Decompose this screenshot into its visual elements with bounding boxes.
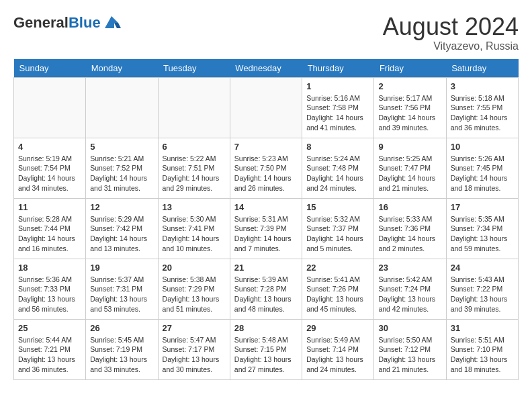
calendar-cell: 8Sunrise: 5:24 AMSunset: 7:48 PMDaylight…	[302, 138, 374, 198]
week-row-5: 25Sunrise: 5:44 AMSunset: 7:21 PMDayligh…	[14, 319, 519, 379]
calendar-cell: 1Sunrise: 5:16 AMSunset: 7:58 PMDaylight…	[302, 77, 374, 138]
day-info: Sunrise: 5:33 AMSunset: 7:36 PMDaylight:…	[378, 214, 441, 254]
day-info: Sunrise: 5:17 AMSunset: 7:56 PMDaylight:…	[378, 93, 441, 133]
day-info: Sunrise: 5:42 AMSunset: 7:24 PMDaylight:…	[378, 275, 441, 314]
day-number: 13	[163, 202, 226, 212]
day-number: 15	[306, 202, 369, 212]
week-row-1: 1Sunrise: 5:16 AMSunset: 7:58 PMDaylight…	[14, 77, 519, 138]
day-number: 10	[451, 142, 514, 152]
day-header-thursday: Thursday	[302, 59, 374, 78]
calendar-cell: 10Sunrise: 5:26 AMSunset: 7:45 PMDayligh…	[446, 138, 518, 198]
day-info: Sunrise: 5:22 AMSunset: 7:51 PMDaylight:…	[163, 154, 226, 193]
calendar-cell: 30Sunrise: 5:50 AMSunset: 7:12 PMDayligh…	[374, 319, 446, 379]
calendar-cell: 11Sunrise: 5:28 AMSunset: 7:44 PMDayligh…	[14, 198, 86, 259]
calendar-cell: 2Sunrise: 5:17 AMSunset: 7:56 PMDaylight…	[374, 77, 446, 138]
day-info: Sunrise: 5:19 AMSunset: 7:54 PMDaylight:…	[18, 154, 81, 193]
day-number: 26	[90, 323, 153, 333]
day-number: 6	[163, 142, 226, 152]
calendar-cell: 12Sunrise: 5:29 AMSunset: 7:42 PMDayligh…	[86, 198, 158, 259]
calendar-cell	[86, 77, 158, 138]
day-header-friday: Friday	[374, 59, 446, 78]
day-info: Sunrise: 5:18 AMSunset: 7:55 PMDaylight:…	[451, 93, 514, 133]
week-row-3: 11Sunrise: 5:28 AMSunset: 7:44 PMDayligh…	[14, 198, 519, 259]
day-info: Sunrise: 5:36 AMSunset: 7:33 PMDaylight:…	[18, 275, 81, 314]
logo: GeneralBlue	[13, 13, 121, 32]
calendar-cell: 17Sunrise: 5:35 AMSunset: 7:34 PMDayligh…	[446, 198, 518, 259]
day-info: Sunrise: 5:38 AMSunset: 7:29 PMDaylight:…	[163, 275, 226, 314]
calendar-cell: 23Sunrise: 5:42 AMSunset: 7:24 PMDayligh…	[374, 259, 446, 319]
day-info: Sunrise: 5:44 AMSunset: 7:21 PMDaylight:…	[18, 335, 81, 375]
calendar-cell	[158, 77, 230, 138]
calendar-cell: 7Sunrise: 5:23 AMSunset: 7:50 PMDaylight…	[230, 138, 302, 198]
day-number: 11	[18, 202, 81, 212]
week-row-4: 18Sunrise: 5:36 AMSunset: 7:33 PMDayligh…	[14, 259, 519, 319]
day-info: Sunrise: 5:25 AMSunset: 7:47 PMDaylight:…	[378, 154, 441, 193]
day-number: 16	[378, 202, 441, 212]
day-info: Sunrise: 5:39 AMSunset: 7:28 PMDaylight:…	[234, 275, 298, 314]
day-number: 29	[306, 323, 369, 333]
day-header-tuesday: Tuesday	[158, 59, 230, 78]
day-number: 21	[234, 263, 298, 273]
calendar-cell: 22Sunrise: 5:41 AMSunset: 7:26 PMDayligh…	[302, 259, 374, 319]
calendar-cell: 27Sunrise: 5:47 AMSunset: 7:17 PMDayligh…	[158, 319, 230, 379]
calendar-cell: 20Sunrise: 5:38 AMSunset: 7:29 PMDayligh…	[158, 259, 230, 319]
day-number: 1	[306, 81, 369, 91]
calendar-cell: 28Sunrise: 5:48 AMSunset: 7:15 PMDayligh…	[230, 319, 302, 379]
calendar-cell: 19Sunrise: 5:37 AMSunset: 7:31 PMDayligh…	[86, 259, 158, 319]
day-info: Sunrise: 5:49 AMSunset: 7:14 PMDaylight:…	[306, 335, 369, 375]
day-info: Sunrise: 5:16 AMSunset: 7:58 PMDaylight:…	[306, 93, 369, 133]
day-info: Sunrise: 5:43 AMSunset: 7:22 PMDaylight:…	[451, 275, 514, 314]
day-info: Sunrise: 5:35 AMSunset: 7:34 PMDaylight:…	[451, 214, 514, 254]
day-number: 23	[378, 263, 441, 273]
day-info: Sunrise: 5:28 AMSunset: 7:44 PMDaylight:…	[18, 214, 81, 254]
day-info: Sunrise: 5:26 AMSunset: 7:45 PMDaylight:…	[451, 154, 514, 193]
calendar-cell: 16Sunrise: 5:33 AMSunset: 7:36 PMDayligh…	[374, 198, 446, 259]
day-info: Sunrise: 5:21 AMSunset: 7:52 PMDaylight:…	[90, 154, 153, 193]
calendar-cell: 31Sunrise: 5:51 AMSunset: 7:10 PMDayligh…	[446, 319, 518, 379]
day-number: 28	[234, 323, 298, 333]
day-info: Sunrise: 5:45 AMSunset: 7:19 PMDaylight:…	[90, 335, 153, 375]
day-number: 2	[378, 81, 441, 91]
calendar-cell: 4Sunrise: 5:19 AMSunset: 7:54 PMDaylight…	[14, 138, 86, 198]
day-number: 3	[451, 81, 514, 91]
day-info: Sunrise: 5:24 AMSunset: 7:48 PMDaylight:…	[306, 154, 369, 193]
location: Vityazevo, Russia	[383, 40, 519, 52]
logo-icon	[102, 13, 121, 32]
week-row-2: 4Sunrise: 5:19 AMSunset: 7:54 PMDaylight…	[14, 138, 519, 198]
day-info: Sunrise: 5:32 AMSunset: 7:37 PMDaylight:…	[306, 214, 369, 254]
day-number: 20	[163, 263, 226, 273]
month-year: August 2024	[383, 13, 519, 40]
day-number: 17	[451, 202, 514, 212]
day-number: 19	[90, 263, 153, 273]
day-number: 4	[18, 142, 81, 152]
calendar-cell: 14Sunrise: 5:31 AMSunset: 7:39 PMDayligh…	[230, 198, 302, 259]
day-info: Sunrise: 5:23 AMSunset: 7:50 PMDaylight:…	[234, 154, 298, 193]
day-number: 8	[306, 142, 369, 152]
logo-general: General	[13, 14, 69, 31]
day-info: Sunrise: 5:31 AMSunset: 7:39 PMDaylight:…	[234, 214, 298, 254]
title-block: August 2024 Vityazevo, Russia	[383, 13, 519, 52]
calendar-cell: 9Sunrise: 5:25 AMSunset: 7:47 PMDaylight…	[374, 138, 446, 198]
calendar-cell: 29Sunrise: 5:49 AMSunset: 7:14 PMDayligh…	[302, 319, 374, 379]
svg-marker-1	[114, 23, 121, 28]
day-info: Sunrise: 5:47 AMSunset: 7:17 PMDaylight:…	[163, 335, 226, 375]
calendar-cell	[230, 77, 302, 138]
calendar-cell: 26Sunrise: 5:45 AMSunset: 7:19 PMDayligh…	[86, 319, 158, 379]
day-info: Sunrise: 5:48 AMSunset: 7:15 PMDaylight:…	[234, 335, 298, 375]
day-number: 14	[234, 202, 298, 212]
calendar-cell: 25Sunrise: 5:44 AMSunset: 7:21 PMDayligh…	[14, 319, 86, 379]
calendar-cell: 13Sunrise: 5:30 AMSunset: 7:41 PMDayligh…	[158, 198, 230, 259]
calendar-cell: 18Sunrise: 5:36 AMSunset: 7:33 PMDayligh…	[14, 259, 86, 319]
day-number: 5	[90, 142, 153, 152]
calendar-cell: 15Sunrise: 5:32 AMSunset: 7:37 PMDayligh…	[302, 198, 374, 259]
day-info: Sunrise: 5:29 AMSunset: 7:42 PMDaylight:…	[90, 214, 153, 254]
day-number: 7	[234, 142, 298, 152]
page-header: GeneralBlue August 2024 Vityazevo, Russi…	[13, 13, 519, 52]
day-header-monday: Monday	[86, 59, 158, 78]
calendar-cell	[14, 77, 86, 138]
day-number: 30	[378, 323, 441, 333]
calendar-cell: 6Sunrise: 5:22 AMSunset: 7:51 PMDaylight…	[158, 138, 230, 198]
day-info: Sunrise: 5:51 AMSunset: 7:10 PMDaylight:…	[451, 335, 514, 375]
day-number: 9	[378, 142, 441, 152]
day-header-sunday: Sunday	[14, 59, 86, 78]
